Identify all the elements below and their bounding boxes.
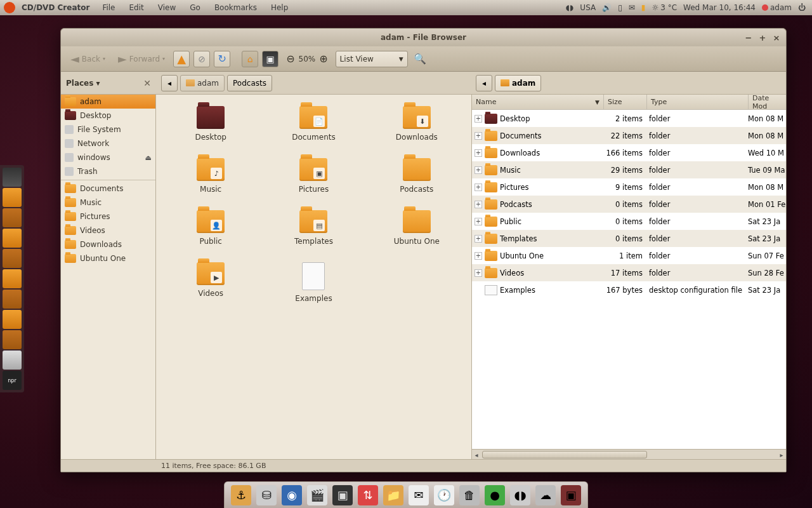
launcher-item[interactable] <box>3 290 22 309</box>
reload-button[interactable]: ↻ <box>214 51 230 67</box>
table-row[interactable]: +Music29 itemsfolderTue 09 Ma <box>472 161 786 178</box>
dock-item[interactable]: 📁 <box>383 485 403 505</box>
expand-icon[interactable]: + <box>475 269 482 277</box>
dock-item[interactable]: ☁ <box>535 485 556 505</box>
zoom-out-icon[interactable]: ⊖ <box>286 53 294 65</box>
expand-icon[interactable]: + <box>475 218 482 225</box>
launcher-item[interactable] <box>3 168 22 187</box>
launcher-item[interactable] <box>3 229 22 248</box>
folder-icon-cell[interactable]: Podcasts <box>369 158 465 194</box>
expand-icon[interactable]: + <box>475 115 482 123</box>
user-menu[interactable]: adam <box>762 3 792 12</box>
icon-view-pane[interactable]: Desktop📄Documents⬇Downloads♪Music▣Pictur… <box>156 95 472 459</box>
places-label[interactable]: Places ▾ <box>66 79 100 88</box>
launcher-item[interactable] <box>3 310 22 329</box>
table-row[interactable]: +Podcasts0 itemsfolderMon 01 Fe <box>472 196 786 213</box>
column-date[interactable]: Date Mod <box>748 95 786 110</box>
menu-view[interactable]: View <box>152 3 182 12</box>
folder-icon-cell[interactable]: ▶Videos <box>162 262 259 303</box>
close-sidebar-icon[interactable]: ✕ <box>143 78 151 88</box>
breadcrumb-item[interactable]: adam <box>180 75 225 91</box>
folder-icon-cell[interactable]: ♪Music <box>162 158 259 194</box>
stop-button[interactable]: ⊘ <box>193 51 210 67</box>
up-button[interactable]: ▲ <box>173 51 190 67</box>
launcher-item[interactable] <box>3 208 22 227</box>
launcher-item[interactable] <box>3 188 22 207</box>
path-back-icon[interactable]: ◂ <box>476 75 492 91</box>
expand-icon[interactable]: + <box>475 184 482 191</box>
folder-icon-cell[interactable]: 📄Documents <box>265 106 362 142</box>
zoom-in-icon[interactable]: ⊕ <box>319 53 327 65</box>
network-icon[interactable]: ◖◗ <box>566 3 574 12</box>
folder-icon-cell[interactable]: ▣Pictures <box>265 158 362 194</box>
horizontal-scrollbar[interactable]: ◂ ▸ <box>472 449 786 459</box>
sidebar-item[interactable]: windows⏏ <box>61 150 155 164</box>
close-button[interactable]: × <box>771 32 782 43</box>
note-icon[interactable]: ▮ <box>641 3 646 12</box>
table-row[interactable]: +Videos17 itemsfolderSun 28 Fe <box>472 264 786 281</box>
dock-item[interactable]: ⇅ <box>358 485 378 505</box>
keyboard-indicator[interactable]: USA <box>580 3 596 12</box>
sidebar-item[interactable]: Network <box>61 137 155 150</box>
sidebar-bookmark[interactable]: Pictures <box>61 210 155 224</box>
view-mode-select[interactable]: List View▼ <box>336 51 408 67</box>
maximize-button[interactable]: + <box>757 32 768 43</box>
breadcrumb-item[interactable]: Podcasts <box>227 75 272 91</box>
dock-item[interactable]: ✉ <box>409 485 429 505</box>
dock-item[interactable]: ◉ <box>282 485 302 505</box>
list-view-pane[interactable]: Name▼ Size Type Date Mod +Desktop2 items… <box>472 95 786 459</box>
menu-bookmarks[interactable]: Bookmarks <box>208 3 263 12</box>
sidebar-bookmark[interactable]: Music <box>61 196 155 210</box>
expand-icon[interactable]: + <box>475 149 482 157</box>
folder-icon-cell[interactable]: 👤Public <box>162 210 259 246</box>
dock-item[interactable]: ● <box>485 485 505 505</box>
volume-icon[interactable]: 🔊 <box>602 3 612 12</box>
minimize-button[interactable]: − <box>743 32 754 43</box>
table-row[interactable]: +Examples167 bytesdesktop configuration … <box>472 281 786 298</box>
menu-edit[interactable]: Edit <box>123 3 150 12</box>
column-size[interactable]: Size <box>603 95 646 110</box>
table-row[interactable]: +Templates0 itemsfolderSat 23 Ja <box>472 230 786 247</box>
launcher-item[interactable] <box>3 330 22 349</box>
column-type[interactable]: Type <box>646 95 748 110</box>
mail-icon[interactable]: ✉ <box>629 3 635 12</box>
expand-icon[interactable]: + <box>475 132 482 140</box>
table-row[interactable]: +Ubuntu One1 itemfolderSun 07 Fe <box>472 247 786 264</box>
dock-item[interactable]: ⛁ <box>256 485 277 505</box>
folder-icon-cell[interactable]: Examples <box>265 262 362 303</box>
table-row[interactable]: +Public0 itemsfolderSat 23 Ja <box>472 213 786 230</box>
folder-icon-cell[interactable]: ▤Templates <box>265 210 362 246</box>
dock-item[interactable]: ▣ <box>332 485 353 505</box>
phone-icon[interactable]: ▯ <box>618 3 622 12</box>
forward-button[interactable]: ►Forward▾ <box>114 49 169 69</box>
sidebar-item[interactable]: File System <box>61 123 155 137</box>
column-name[interactable]: Name▼ <box>472 95 603 110</box>
sidebar-item[interactable]: adam <box>61 95 155 109</box>
menu-file[interactable]: File <box>96 3 121 12</box>
expand-icon[interactable]: + <box>475 201 482 208</box>
folder-icon-cell[interactable]: Desktop <box>162 106 259 142</box>
dock-item[interactable]: ⚓ <box>231 485 251 505</box>
clock[interactable]: Wed Mar 10, 16:44 <box>683 3 756 12</box>
dock-item[interactable]: 🕐 <box>434 485 454 505</box>
dock-item[interactable]: ◖◗ <box>510 485 530 505</box>
dock-item[interactable]: 🗑 <box>459 485 480 505</box>
launcher-item[interactable] <box>3 249 22 268</box>
folder-icon-cell[interactable]: Ubuntu One <box>369 210 465 246</box>
back-button[interactable]: ◄Back▾ <box>66 49 110 69</box>
expand-icon[interactable]: + <box>475 235 482 243</box>
computer-button[interactable]: ▣ <box>262 51 278 67</box>
table-row[interactable]: +Desktop2 itemsfolderMon 08 M <box>472 110 786 127</box>
ubuntu-logo-icon[interactable] <box>4 2 15 13</box>
launcher-item[interactable] <box>3 269 22 288</box>
dock-item[interactable]: ▣ <box>561 485 581 505</box>
breadcrumb-item[interactable]: adam <box>495 75 541 91</box>
sidebar-bookmark[interactable]: Documents <box>61 182 155 196</box>
sidebar-item[interactable]: Desktop <box>61 109 155 123</box>
table-row[interactable]: +Pictures9 itemsfolderMon 08 M <box>472 178 786 196</box>
sidebar-bookmark[interactable]: Videos <box>61 224 155 237</box>
table-row[interactable]: +Downloads166 itemsfolderWed 10 M <box>472 144 786 161</box>
dock-item[interactable]: 🎬 <box>307 485 327 505</box>
table-row[interactable]: +Documents22 itemsfolderMon 08 M <box>472 127 786 144</box>
menu-go[interactable]: Go <box>183 3 207 12</box>
